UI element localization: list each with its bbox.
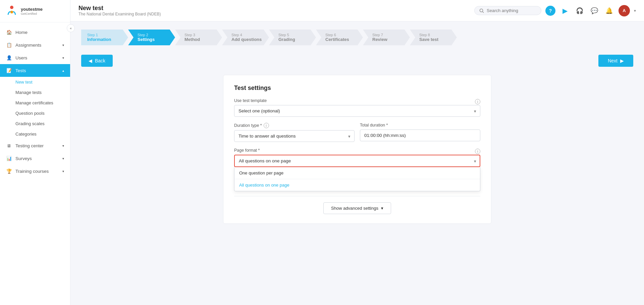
duration-type-select[interactable]: Time to answer all questions Time to ans… — [234, 130, 355, 142]
step-num: Step 3 — [184, 33, 200, 37]
svg-point-0 — [10, 6, 13, 9]
sub-item-label: Manage certificates — [15, 100, 53, 105]
home-icon: 🏠 — [6, 29, 12, 35]
step-num: Step 7 — [372, 33, 387, 37]
template-label: Use test template — [234, 98, 267, 103]
sidebar-sub-manage-certificates[interactable]: Manage certificates — [0, 98, 70, 108]
surveys-icon: 📊 — [6, 155, 12, 161]
step-name: Add questions — [231, 37, 262, 42]
sidebar-item-surveys[interactable]: 📊 Surveys ▾ — [0, 152, 70, 165]
sidebar-sub-grading-scales[interactable]: Grading scales — [0, 118, 70, 129]
divider — [234, 196, 480, 196]
sidebar-item-label: Assignments — [15, 43, 41, 48]
header-title-area: New test The National Dental Examining B… — [78, 5, 474, 16]
sub-item-label: Manage tests — [15, 90, 42, 95]
sidebar-item-label: Tests — [15, 68, 26, 73]
next-button[interactable]: Next ▶ — [598, 55, 633, 67]
step-name: Grading — [278, 37, 295, 42]
template-select[interactable]: Select one (optional) — [234, 105, 480, 117]
logo-text: youtestme GetCertified — [21, 7, 43, 15]
step-num: Step 4 — [231, 33, 262, 37]
page-format-wrapper: One question per page All questions on o… — [234, 155, 480, 167]
step-7[interactable]: Step 7 Review — [363, 30, 410, 45]
sidebar-item-training-courses[interactable]: 🏆 Training courses ▾ — [0, 165, 70, 177]
sidebar-nav: 🏠 Home 📋 Assignments ▾ 👤 Users ▾ 📝 Tests… — [0, 22, 70, 305]
dropdown-item-all-on-page[interactable]: All questions on one page — [234, 179, 480, 191]
sidebar-sub-categories[interactable]: Categories — [0, 129, 70, 139]
chevron-down-icon: ▾ — [381, 206, 383, 211]
play-icon-btn[interactable]: ▶ — [559, 5, 570, 16]
chevron-down-icon: ▾ — [634, 8, 636, 13]
chevron-down-icon: ▾ — [62, 56, 64, 60]
step-name: Information — [87, 37, 111, 42]
bell-icon-btn[interactable]: 🔔 — [604, 5, 614, 16]
sidebar-item-label: Training courses — [15, 169, 49, 174]
sidebar-item-label: Testing center — [15, 143, 44, 148]
step-4[interactable]: Step 4 Add questions — [222, 30, 269, 45]
sidebar-item-tests[interactable]: 📝 Tests ▴ — [0, 64, 70, 77]
page-format-select[interactable]: One question per page All questions on o… — [234, 155, 480, 167]
avatar[interactable]: A — [619, 5, 630, 16]
step-8[interactable]: Step 8 Save test — [410, 30, 457, 45]
step-5[interactable]: Step 5 Grading — [269, 30, 316, 45]
assignments-icon: 📋 — [6, 42, 12, 48]
template-select-wrapper: Select one (optional) — [234, 105, 480, 117]
step-name: Save test — [419, 37, 438, 42]
sidebar-sub-question-pools[interactable]: Question pools — [0, 108, 70, 118]
duration-type-info-icon[interactable]: i — [264, 123, 269, 128]
page-format-info-icon[interactable]: i — [475, 149, 480, 154]
step-2[interactable]: Step 2 Settings — [128, 30, 175, 45]
total-duration-group: Total duration * — [360, 123, 480, 142]
step-6[interactable]: Step 6 Certificates — [316, 30, 363, 45]
chevron-down-icon: ▾ — [62, 144, 64, 148]
template-info-icon[interactable]: i — [475, 99, 480, 104]
step-num: Step 5 — [278, 33, 295, 37]
step-3[interactable]: Step 3 Method — [175, 30, 222, 45]
sub-item-label: Grading scales — [15, 121, 45, 126]
step-num: Step 2 — [138, 33, 155, 37]
sidebar-item-home[interactable]: 🏠 Home — [0, 26, 70, 39]
next-arrow-icon: ▶ — [620, 58, 624, 63]
sub-item-label: New test — [15, 80, 33, 85]
search-box[interactable] — [474, 6, 541, 15]
chevron-down-icon: ▴ — [62, 69, 64, 72]
headset-icon-btn[interactable]: 🎧 — [574, 5, 585, 16]
page-title: New test — [78, 5, 474, 12]
logo-icon — [5, 5, 18, 17]
step-num: Step 6 — [325, 33, 349, 37]
svg-point-1 — [10, 11, 13, 13]
step-num: Step 8 — [419, 33, 438, 37]
help-icon-btn[interactable]: ? — [545, 6, 555, 16]
step-1[interactable]: Step 1 Information — [81, 30, 128, 45]
sidebar-item-assignments[interactable]: 📋 Assignments ▾ — [0, 39, 70, 51]
step-name: Review — [372, 37, 387, 42]
total-duration-input[interactable] — [360, 130, 480, 141]
duration-type-label: Duration type * i — [234, 123, 355, 128]
logo-name: youtestme — [21, 7, 43, 12]
chat-icon-btn[interactable]: 💬 — [589, 5, 600, 16]
total-duration-label: Total duration * — [360, 123, 480, 128]
sidebar-item-users[interactable]: 👤 Users ▾ — [0, 51, 70, 64]
page-format-group: Page format * i One question per page Al… — [234, 148, 480, 167]
sidebar-item-testing-center[interactable]: 🖥 Testing center ▾ — [0, 139, 70, 152]
search-input[interactable] — [487, 8, 534, 13]
duration-row: Duration type * i Time to answer all que… — [234, 123, 480, 148]
content-area: Step 1 Information Step 2 Settings Step … — [70, 21, 644, 305]
step-name: Settings — [138, 37, 155, 42]
template-group: Use test template i Select one (optional… — [234, 98, 480, 117]
settings-card-title: Test settings — [234, 85, 480, 92]
dropdown-item-one-per-page[interactable]: One question per page — [234, 167, 480, 179]
logo-sub: GetCertified — [21, 12, 43, 15]
back-button[interactable]: ◀ Back — [81, 55, 113, 67]
sidebar-sub-new-test[interactable]: New test — [0, 77, 70, 87]
svg-point-2 — [480, 9, 483, 12]
sidebar-item-label: Home — [15, 30, 28, 35]
sidebar-sub-manage-tests[interactable]: Manage tests — [0, 87, 70, 98]
logo-area: youtestme GetCertified — [0, 0, 70, 22]
show-advanced-button[interactable]: Show advanced settings ▾ — [323, 202, 391, 214]
duration-type-group: Duration type * i Time to answer all que… — [234, 123, 355, 142]
header: New test The National Dental Examining B… — [70, 0, 644, 21]
sidebar-item-label: Surveys — [15, 156, 32, 161]
training-icon: 🏆 — [6, 168, 12, 174]
sidebar-toggle[interactable]: « — [67, 24, 75, 32]
